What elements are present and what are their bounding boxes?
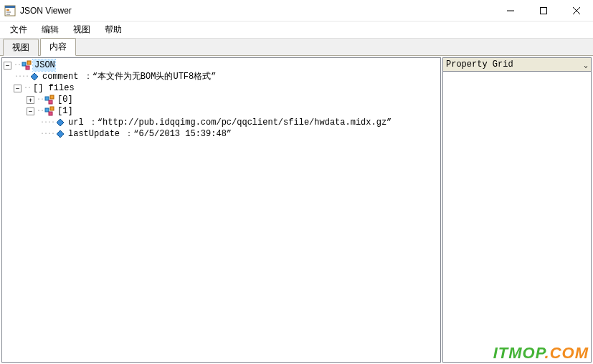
expand-icon[interactable]: + (27, 96, 34, 104)
svg-rect-18 (49, 112, 52, 115)
menu-view[interactable]: 视图 (66, 21, 98, 38)
svg-rect-4 (6, 14, 10, 15)
property-grid-header[interactable]: Property Grid ⌄ (442, 57, 592, 72)
app-icon (4, 5, 16, 16)
value-icon (29, 72, 39, 82)
menu-edit[interactable]: 编辑 (34, 21, 66, 38)
property-grid-body[interactable] (442, 72, 592, 363)
tabbar: 视图 内容 (0, 39, 593, 56)
tree-panel[interactable]: − ·· JSON ···· comment ：“本文件为无BOM头的UTF8格… (1, 57, 441, 363)
content-area: − ·· JSON ···· comment ：“本文件为无BOM头的UTF8格… (0, 56, 593, 364)
object-icon (44, 95, 54, 105)
value-icon (55, 118, 65, 128)
tab-view[interactable]: 视图 (3, 39, 39, 56)
tree-node-url[interactable]: ···· url ：“http://pub.idqqimg.com/pc/qqc… (4, 117, 439, 128)
tree-node-root[interactable]: − ·· JSON (4, 59, 439, 71)
window-title: JSON Viewer (20, 6, 494, 16)
window-buttons (494, 0, 593, 21)
tree-node-files[interactable]: − ·· [] files (4, 82, 439, 94)
titlebar: JSON Viewer (0, 0, 593, 21)
minimize-button[interactable] (494, 0, 527, 21)
tree-connector: ·· (37, 105, 44, 117)
node-label: url ：“http://pub.idqqimg.com/pc/qqclient… (67, 117, 392, 128)
svg-rect-3 (6, 11, 11, 13)
node-label: JSON (33, 59, 55, 71)
object-icon (22, 60, 32, 70)
value-icon (55, 129, 65, 139)
json-tree: − ·· JSON ···· comment ：“本文件为无BOM头的UTF8格… (4, 59, 439, 140)
tree-connector: ·· (37, 94, 44, 105)
collapse-icon[interactable]: − (14, 85, 22, 92)
svg-rect-16 (45, 108, 49, 112)
svg-marker-19 (57, 119, 64, 126)
collapse-icon[interactable]: − (27, 107, 34, 115)
svg-rect-2 (6, 9, 9, 11)
maximize-button[interactable] (527, 0, 560, 21)
collapse-icon[interactable]: − (4, 62, 11, 70)
node-label: [0] (56, 94, 73, 105)
menubar: 文件 编辑 视图 帮助 (0, 21, 593, 39)
svg-marker-20 (57, 130, 64, 138)
svg-rect-14 (50, 95, 54, 99)
node-label: [] files (32, 82, 75, 94)
tree-node-item-0[interactable]: + ·· [0] (4, 94, 439, 105)
svg-rect-13 (45, 97, 49, 100)
property-grid-title: Property Grid (446, 59, 513, 70)
tree-connector: ·· (14, 59, 21, 71)
tree-node-item-1[interactable]: − ·· [1] (4, 105, 439, 117)
svg-rect-10 (27, 61, 31, 64)
chevron-down-icon[interactable]: ⌄ (584, 61, 588, 69)
tab-content[interactable]: 内容 (40, 38, 76, 56)
svg-rect-15 (49, 100, 52, 104)
node-label: comment ：“本文件为无BOM头的UTF8格式” (41, 71, 216, 82)
node-label: [1] (56, 105, 73, 117)
close-button[interactable] (560, 0, 593, 21)
tree-connector: ·· (24, 82, 31, 94)
tree-node-lastupdate[interactable]: ···· lastUpdate ：“6/5/2013 15:39:48” (4, 128, 439, 140)
tree-connector: ···· (40, 117, 54, 128)
menu-file[interactable]: 文件 (3, 21, 34, 38)
svg-rect-11 (26, 66, 29, 70)
svg-marker-12 (31, 73, 38, 80)
tree-connector: ···· (14, 71, 29, 82)
svg-rect-17 (50, 107, 54, 110)
menu-help[interactable]: 帮助 (98, 21, 129, 38)
svg-rect-6 (541, 8, 547, 14)
tree-connector: ···· (40, 128, 54, 140)
side-panel: Property Grid ⌄ (442, 57, 592, 363)
object-icon (44, 106, 54, 116)
watermark: ITMOP.COM (493, 344, 589, 363)
node-label: lastUpdate ：“6/5/2013 15:39:48” (67, 128, 232, 140)
svg-rect-1 (5, 6, 15, 8)
tree-node-comment[interactable]: ···· comment ：“本文件为无BOM头的UTF8格式” (4, 71, 439, 82)
svg-rect-9 (22, 62, 26, 66)
